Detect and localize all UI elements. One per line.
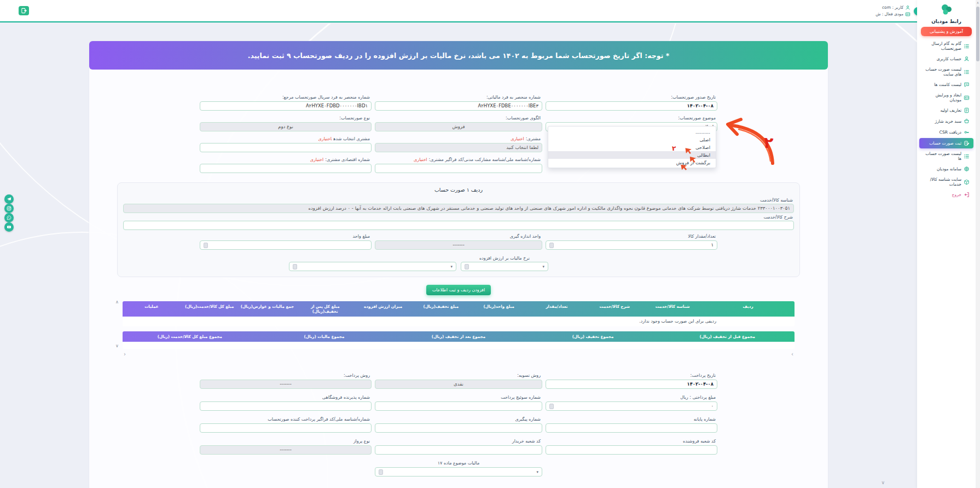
invoice-type-field: نوع صورتحساب: نوع دوم	[200, 116, 372, 131]
pay-method-input: -------	[200, 380, 372, 389]
customer-economic-code-input[interactable]	[200, 164, 372, 173]
sidebar-item-icon	[964, 118, 970, 124]
user-icon	[905, 5, 911, 10]
export-button[interactable]	[19, 6, 29, 15]
invoice-subject-label: موضوع صورتحساب:	[678, 116, 716, 120]
sidebar-item-site-invoices[interactable]: لیست صورت حساب های سایت	[919, 65, 973, 79]
customer-national-id-label: شماره/شناسه ملی/شناسه مشارکت مدنی/کد فرا…	[429, 157, 541, 162]
user-info-block: کاربر : com مودی فعال : ش	[875, 5, 911, 17]
table-scroll-down-icon[interactable]: ∨	[115, 343, 119, 348]
sidebar-item-goods-id-site[interactable]: سایت شناسه کالا/خدمات	[919, 175, 973, 189]
sidebar-item-icon	[964, 140, 970, 146]
table-header-cell: مجموع بعد از تخفیف (ریال)	[391, 331, 526, 342]
user-row: کاربر : com	[875, 5, 911, 10]
pay-amount-input[interactable]: ۰	[546, 401, 717, 411]
flight-type-input: -------	[200, 445, 372, 455]
dropdown-option[interactable]: ..........	[548, 128, 716, 136]
vat-rate-select[interactable]: ▾	[461, 262, 548, 271]
measure-unit-label: واحد اندازه گیری	[510, 234, 541, 239]
settle-method-field: روش تسویه: نقدی	[375, 373, 542, 389]
social-youtube-button[interactable]	[4, 222, 14, 232]
measure-unit-field: واحد اندازه گیری -------	[375, 234, 542, 250]
sidebar-item-label: لیست صورت حساب های سایت	[923, 67, 961, 77]
sidebar-item-basic-definitions[interactable]: تعاریف اولیه	[919, 105, 973, 116]
settle-method-label: روش تسویه:	[517, 373, 541, 378]
payer-national-id-field: شماره/شناسه ملی/کد فراگیر پرداخت کننده ص…	[200, 417, 372, 433]
sidebar-item-logout[interactable]: خروج	[919, 190, 973, 200]
sidebar-item-icon	[964, 107, 970, 113]
service-id-label: شناسه کالا/خدمت	[124, 198, 793, 203]
unit-price-input[interactable]	[200, 240, 372, 250]
sidebar-item-step-by-step[interactable]: گام به گام ارسال صورتحساب	[919, 39, 973, 53]
export-icon	[21, 8, 27, 14]
scrollbar-thumb[interactable]	[976, 7, 979, 61]
customer-economic-code-label: شماره اقتصادی مشتری:	[325, 157, 370, 162]
tracking-number-label: شماره پیگیری	[515, 417, 541, 422]
issue-date-input[interactable]: ۱۴۰۳-۰۴-۰۸	[546, 101, 717, 111]
service-desc-label: شرح کالا/خدمت	[124, 215, 793, 220]
table-scroll-up-icon[interactable]: ∧	[115, 300, 119, 305]
switch-number-input[interactable]	[375, 401, 542, 411]
table-header-cell: شرح کالا/خدمت	[585, 301, 643, 317]
scroll-down-icon[interactable]: ∨	[881, 480, 885, 485]
sidebar-item-comments[interactable]: لیست کامنت ها	[919, 79, 973, 90]
selected-customer-input[interactable]	[200, 143, 372, 152]
sidebar-item-register-invoice[interactable]: ثبت صورت حساب	[919, 138, 973, 148]
quantity-input[interactable]: ۱	[546, 240, 717, 250]
sidebar-item-label: لیست کامنت ها	[934, 82, 961, 87]
brand-title: رابط مودیان	[917, 19, 976, 24]
add-row-button[interactable]: افزودن ردیف و ثبت اطلاعات	[426, 285, 491, 295]
buyer-branch-input[interactable]	[375, 445, 542, 455]
sidebar-item-charge-cart[interactable]: سبد خرید شارژ	[919, 116, 973, 127]
sidebar-item-get-csr[interactable]: دریافت CSR	[919, 127, 973, 137]
support-button[interactable]: آموزش و پشتیبانی	[921, 27, 972, 36]
payer-national-id-input[interactable]	[200, 423, 372, 433]
invoice-pattern-label: الگوی صورتحساب:	[506, 116, 541, 120]
service-desc-input[interactable]	[123, 221, 794, 230]
customer-national-id-input[interactable]	[375, 164, 542, 173]
invoice-pattern-field: الگوی صورتحساب: فروش	[375, 116, 542, 131]
sidebar-item-label: حساب کاربری	[937, 56, 961, 61]
tax-uid-field: شماره منحصر به فرد مالیاتی: A۲HYXE۰FDBE۰…	[375, 95, 542, 111]
social-icon	[7, 197, 11, 202]
dropdown-option[interactable]: برگشت از فروش	[548, 159, 716, 167]
tracking-number-input[interactable]	[375, 423, 542, 433]
page-scrollbar[interactable]: ∧	[976, 0, 980, 488]
ref-serial-input[interactable]: A۲HYXE۰FDBD۰۰۰۰۰۰۰IBD۱	[200, 101, 372, 111]
invoice-type-label: نوع صورتحساب:	[339, 116, 370, 120]
rial-badge	[379, 469, 383, 475]
seller-branch-input[interactable]	[546, 445, 717, 455]
discount-amount-select[interactable]: ▾	[289, 262, 456, 271]
horizontal-scroll: › ‹	[123, 352, 795, 357]
scroll-left-icon[interactable]: ‹	[124, 352, 126, 357]
sidebar-item-label: تعاریف اولیه	[940, 108, 961, 113]
optional-tag: اختیاری	[511, 136, 524, 141]
vat-row: نرخ مالیات بر ارزش افزوده ▾ ▾	[200, 256, 717, 271]
dropdown-option[interactable]: ابطالی	[548, 151, 716, 159]
social-whatsapp-button[interactable]	[4, 213, 14, 222]
dropdown-option[interactable]: اصلاحی	[548, 143, 716, 151]
terminal-number-input[interactable]	[546, 423, 717, 433]
sidebar-item-invoices-list[interactable]: لیست صورت حساب ها	[919, 149, 973, 163]
sidebar-item-edit-taxpayers[interactable]: ایجاد و ویرایش مودیان	[919, 90, 973, 105]
sidebar-item-user-account[interactable]: حساب کاربری	[919, 54, 973, 64]
dropdown-option[interactable]: اصلی	[548, 136, 716, 143]
sidebar-item-label: سبد خرید شارژ	[935, 119, 961, 124]
pay-date-input[interactable]: ۱۴۰۳-۰۴-۰۸	[546, 380, 717, 389]
row-amounts-grid: تعداد/مقدار کالا ۱ واحد اندازه گیری ----…	[200, 234, 717, 255]
sidebar-item-label: گام به گام ارسال صورتحساب	[923, 41, 961, 51]
scroll-right-icon[interactable]: ›	[791, 352, 793, 357]
tax-uid-input[interactable]: A۲HYXE۰FDBE۰۰۰۰۰۰۰IBE۳	[375, 101, 542, 111]
invoice-pattern-input: فروش	[375, 122, 542, 131]
issue-date-field: تاریخ صدور صورتحساب: ۱۴۰۳-۰۴-۰۸	[546, 95, 717, 111]
social-instagram-button[interactable]	[4, 204, 14, 213]
sidebar-item-moadian-system[interactable]: سامانه مودیان	[919, 164, 973, 174]
scrollbar-up-icon[interactable]: ∧	[976, 0, 980, 5]
article17-select[interactable]: ▾	[375, 467, 542, 476]
sidebar-item-label: سامانه مودیان	[937, 167, 961, 171]
acceptor-number-input[interactable]	[200, 401, 372, 411]
sidebar-item-label: سایت شناسه کالا/خدمات	[923, 177, 961, 187]
social-telegram-button[interactable]	[4, 194, 14, 204]
invoice-row-card-title: ردیف ۱ صورت حساب	[123, 187, 794, 193]
customer-select[interactable]: لطفا انتخاب کنید	[375, 143, 542, 152]
